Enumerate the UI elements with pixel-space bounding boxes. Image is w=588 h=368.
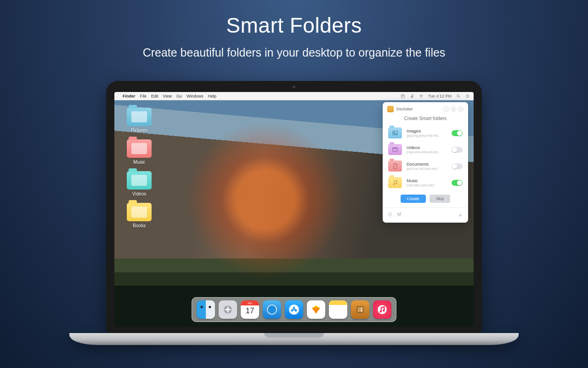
hero-subtitle: Create beautiful folders in your desktop… [0,46,588,59]
add-button[interactable]: ＋ [457,212,464,218]
dock-ibooks-icon[interactable] [351,300,369,319]
calendar-day: 17 [241,306,259,316]
svg-point-22 [380,310,382,312]
svg-rect-20 [361,307,363,312]
svg-point-8 [394,184,395,184]
dock-safari-icon[interactable] [263,300,281,319]
desktop-folder-label: Videos [123,191,156,196]
row-title: Videos [407,145,447,150]
desktop-folder-videos[interactable]: Videos [123,171,156,196]
row-title: Documents [407,161,447,167]
laptop-frame: Finder File Edit View Go Windows Help Tu… [106,81,482,345]
notification-center-icon[interactable] [465,94,470,98]
dock-appstore-icon[interactable] [285,300,303,319]
toggle-videos[interactable] [452,147,463,153]
dock-finder-icon[interactable] [197,300,215,319]
image-icon [388,127,402,138]
skip-button[interactable]: Skip [430,195,451,203]
toggle-documents[interactable] [452,163,463,169]
dock-calendar-icon[interactable]: JUL17 [241,300,259,319]
row-subtitle: (mp3,aac,opus,etc) [407,184,447,187]
panel-close-button[interactable] [458,106,464,112]
calendar-month: JUL [241,300,259,305]
svg-point-4 [453,109,454,109]
dock-notes-icon[interactable] [329,300,347,319]
panel-app-icon [387,106,394,112]
wifi-icon[interactable] [419,94,424,98]
smart-folder-row-documents: Documents(pdf,doc,odt,docx,etc) [383,158,468,174]
smart-folders-panel: Declutter Create Smart folders Images(jp… [383,102,468,223]
desktop-folder-label: Pictures [123,128,156,133]
toggle-music[interactable] [452,180,463,186]
toggle-images[interactable] [452,130,463,136]
svg-point-23 [383,310,384,311]
svg-point-13 [400,213,401,214]
panel-help-button[interactable] [443,106,449,112]
music-icon [388,177,402,188]
row-subtitle: (jpg,png,jpeg,bmp,etc) [407,134,447,138]
desktop-folder-music[interactable]: Music [123,139,156,165]
desktop-folder-label: Music [123,160,156,165]
row-title: Music [407,178,447,183]
svg-point-21 [378,305,387,314]
row-subtitle: (pdf,doc,odt,docx,etc) [407,167,447,171]
menubar-item-edit[interactable]: Edit [151,94,158,98]
menubar-clock[interactable]: Tue 4:12 PM [428,94,452,98]
dock-sketch-icon[interactable] [307,300,325,319]
menubar: Finder File Edit View Go Windows Help Tu… [114,92,474,100]
row-subtitle: (mp4,mov,mkv,avi,etc) [407,150,447,154]
svg-point-1 [421,97,421,98]
hero-title: Smart Folders [0,13,588,38]
dock-launchpad-icon[interactable] [219,300,237,319]
menubar-item-windows[interactable]: Windows [187,94,204,98]
video-icon [388,144,402,155]
svg-rect-19 [358,307,360,312]
document-icon [388,161,402,172]
menubar-app-icon[interactable] [401,94,405,98]
desktop-folder-label: Books [123,223,156,228]
menubar-item-go[interactable]: Go [176,94,182,98]
svg-point-16 [268,305,276,314]
menubar-item-help[interactable]: Help [208,94,216,98]
panel-settings-button[interactable] [451,106,456,112]
svg-point-11 [397,213,398,214]
menubar-app-name[interactable]: Finder [123,94,136,98]
smart-folder-row-music: Music(mp3,aac,opus,etc) [383,174,468,191]
svg-point-12 [399,215,400,216]
svg-rect-0 [401,94,404,98]
dock-itunes-icon[interactable] [373,300,391,319]
menubar-item-view[interactable]: View [163,94,172,98]
svg-point-9 [396,183,397,184]
macos-screen: Finder File Edit View Go Windows Help Tu… [114,92,474,327]
smart-folder-row-videos: Videos(mp4,mov,mkv,avi,etc) [383,141,468,158]
laptop-base [69,333,519,345]
panel-heading: Create Smart folders [383,116,468,121]
sliders-icon[interactable] [396,211,402,219]
alarm-icon[interactable] [387,211,393,219]
panel-app-name: Declutter [396,107,413,111]
dock: JUL17 [192,297,396,322]
create-button[interactable]: Create [401,195,426,203]
bluetooth-icon[interactable] [410,94,414,98]
svg-point-2 [457,94,459,97]
camera-dot [293,86,295,88]
desktop-folder-books[interactable]: Books [123,203,156,228]
desktop-folder-pictures[interactable]: Pictures [123,108,156,133]
spotlight-icon[interactable] [456,94,461,98]
smart-folder-row-images: Images(jpg,png,jpeg,bmp,etc) [383,125,468,141]
row-title: Images [407,128,447,133]
menubar-item-file[interactable]: File [140,94,147,98]
